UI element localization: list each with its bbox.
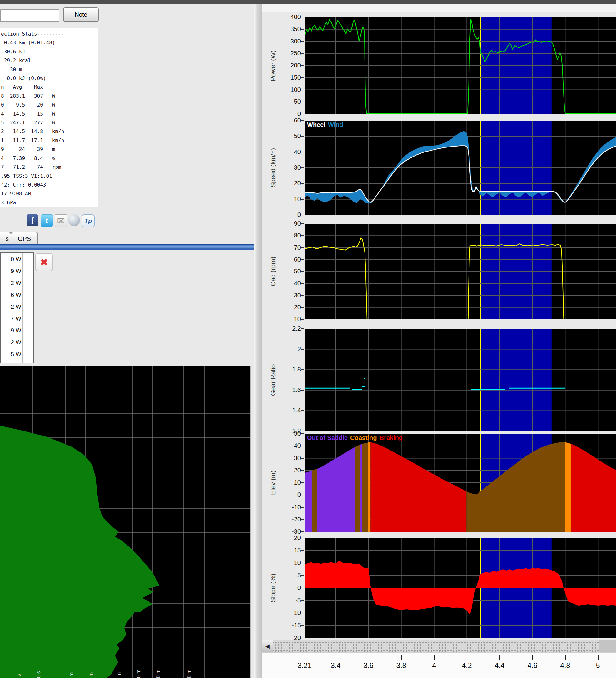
y-tick-label: -10: [278, 609, 301, 616]
y-tick-mark: [301, 319, 304, 319]
list-item[interactable]: 9 W: [1, 325, 21, 337]
chart-panel-gear[interactable]: [305, 329, 616, 431]
note-button[interactable]: Note: [63, 7, 99, 22]
y-tick-mark: [301, 259, 304, 260]
y-tick-label: 10: [278, 315, 301, 323]
y-axis-title-power: Power (W): [269, 17, 280, 114]
tab-partial[interactable]: s: [0, 232, 11, 245]
y-tick-mark: [301, 235, 304, 236]
chart-panel-elev[interactable]: Out of SaddleCoastingBraking: [305, 434, 616, 532]
panel-splitter[interactable]: [254, 4, 262, 678]
y-tick-label: 30: [278, 455, 301, 462]
y-axis-title-gear: Gear Ratio: [269, 329, 280, 431]
legend-entry: Wheel: [307, 121, 325, 128]
y-tick-mark: [301, 53, 304, 54]
scrollbar-rest: [599, 640, 616, 652]
y-axis-title-speed: Speed (km/h): [269, 121, 280, 215]
y-tick-mark: [301, 183, 304, 184]
y-tick-label: 150: [278, 74, 301, 81]
x-tick-label: 4.4: [486, 662, 513, 670]
list-item[interactable]: 2 W: [1, 337, 21, 348]
tab-gps[interactable]: GPS: [11, 232, 38, 245]
y-tick-label: 2: [278, 346, 301, 353]
close-icon[interactable]: ✖: [35, 253, 53, 271]
y-tick-mark: [301, 248, 304, 248]
list-item[interactable]: 2 W: [1, 277, 21, 289]
list-item[interactable]: 5 W: [1, 348, 21, 360]
list-item[interactable]: 2 W: [1, 301, 21, 313]
y-tick-label: 200: [278, 62, 301, 69]
y-tick-mark: [301, 625, 304, 626]
y-tick-mark: [301, 588, 304, 588]
y-tick-label: 60: [278, 256, 301, 263]
y-tick-mark: [301, 550, 304, 551]
y-tick-mark: [301, 538, 304, 538]
y-tick-label: 0: [278, 584, 301, 592]
y-tick-label: 40: [278, 442, 301, 449]
list-item[interactable]: 6 W: [1, 289, 21, 301]
x-axis: 3.213.43.63.844.24.44.64.85: [262, 653, 616, 678]
email-icon[interactable]: ✉: [55, 214, 67, 227]
scroll-left-button[interactable]: ◀: [262, 640, 273, 652]
y-tick-label: 60: [278, 117, 301, 124]
horizontal-scrollbar[interactable]: ◀: [262, 640, 616, 653]
y-tick-label: 80: [278, 232, 301, 239]
y-tick-mark: [301, 369, 304, 370]
google-earth-icon[interactable]: [68, 214, 80, 226]
y-tick-mark: [301, 390, 304, 390]
y-tick-mark: [301, 507, 304, 508]
y-axis-title-cad: Cad (rpm): [269, 224, 280, 319]
y-tick-mark: [301, 638, 304, 638]
y-tick-label: 1.8: [278, 366, 301, 373]
y-tick-label: -15: [278, 622, 301, 629]
y-tick-label: -5: [278, 597, 301, 604]
y-tick-mark: [301, 41, 304, 42]
chart-panel-speed[interactable]: WheelWind: [305, 121, 616, 215]
y-tick-label: 250: [278, 50, 301, 57]
y-tick-mark: [301, 613, 304, 613]
y-tick-label: 10: [278, 196, 301, 203]
y-tick-label: -10: [278, 504, 301, 511]
facebook-icon[interactable]: f: [27, 214, 38, 226]
x-tick-label: 4: [420, 662, 448, 670]
chart-panel-power[interactable]: [305, 17, 616, 114]
chart-panel-slope[interactable]: [305, 538, 616, 638]
y-tick-label: 0: [278, 491, 301, 498]
left-panel: Note ection Stats--------- 0.43 km (0:01…: [0, 4, 254, 678]
selection-stats-box: ection Stats--------- 0.43 km (0:01:48) …: [0, 28, 99, 207]
mm-x-tick-label: 5 s: [16, 674, 22, 678]
y-tick-label: 50: [278, 268, 301, 275]
y-tick-label: 20: [278, 534, 301, 541]
legend-entry: Braking: [380, 434, 402, 441]
scrollbar-track[interactable]: [273, 640, 599, 652]
y-tick-mark: [301, 328, 304, 329]
x-tick-label: 4.8: [551, 662, 579, 670]
y-tick-mark: [301, 470, 304, 471]
mm-x-tick-label: 1 m: [68, 672, 75, 678]
y-tick-mark: [301, 102, 304, 102]
y-tick-label: 20: [278, 467, 301, 474]
x-tick-mark: [336, 655, 337, 660]
y-tick-label: -20: [278, 516, 301, 523]
y-tick-mark: [301, 349, 304, 350]
y-tick-label: 300: [278, 38, 301, 45]
x-tick-label: 3.4: [322, 662, 350, 670]
x-tick-mark: [532, 655, 533, 660]
note-input[interactable]: [0, 9, 60, 22]
list-item[interactable]: 7 W: [1, 313, 21, 325]
twitter-icon[interactable]: t: [41, 214, 53, 227]
trainingpeaks-icon[interactable]: Tp: [81, 214, 94, 227]
list-item[interactable]: 9 W: [1, 265, 21, 277]
mm-x-tick-label: 5 m: [116, 672, 122, 678]
y-tick-mark: [301, 531, 304, 532]
x-tick-label: 3.21: [291, 662, 319, 670]
y-tick-label: 20: [278, 304, 301, 311]
y-tick-label: 40: [278, 148, 301, 156]
interval-list[interactable]: 0 W9 W2 W6 W2 W7 W9 W2 W5 W: [0, 252, 34, 363]
list-item[interactable]: 0 W: [1, 253, 21, 265]
mean-max-power-chart[interactable]: 5 s30 s1 m2 m5 m10 m20 m30 m: [0, 366, 251, 678]
chart-panel-cad[interactable]: [305, 224, 616, 319]
y-tick-mark: [301, 434, 304, 434]
x-tick-label: 4.2: [453, 662, 481, 670]
x-tick-mark: [369, 655, 369, 660]
